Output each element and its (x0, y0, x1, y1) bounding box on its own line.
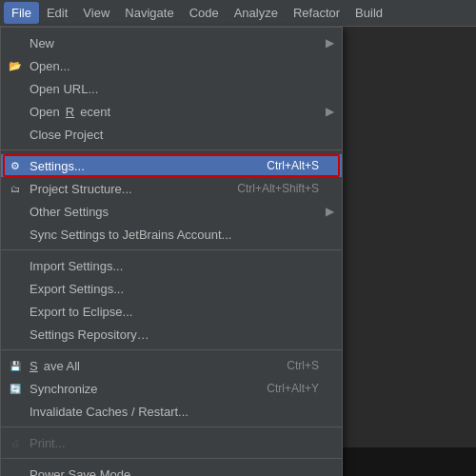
separator-5 (1, 458, 342, 459)
menu-edit[interactable]: Edit (39, 2, 75, 24)
menu-item-synchronize-label: Synchronize (30, 382, 98, 396)
menu-refactor[interactable]: Refactor (286, 2, 347, 24)
open-recent-submenu-arrow: ▶ (326, 105, 334, 118)
menu-item-invalidate-caches[interactable]: Invalidate Caches / Restart... (1, 400, 342, 423)
menu-item-settings-repo[interactable]: Settings Repository… (1, 323, 342, 346)
menu-item-open-recent-label: Open Recent (30, 105, 110, 119)
menu-item-open-url-label: Open URL... (30, 82, 98, 96)
separator-1 (1, 149, 342, 150)
menu-item-save-all-label: Save All (30, 359, 80, 373)
menu-item-synchronize[interactable]: 🔄 Synchronize Ctrl+Alt+Y (1, 377, 342, 400)
menu-item-open-recent[interactable]: Open Recent ▶ (1, 100, 342, 123)
menu-item-export-settings-label: Export Settings... (30, 282, 124, 296)
menu-item-project-structure[interactable]: 🗂 Project Structure... Ctrl+Alt+Shift+S (1, 177, 342, 200)
menu-item-open[interactable]: 📂 Open... (1, 54, 342, 77)
separator-4 (1, 426, 342, 427)
menu-item-print-label: Print... (30, 436, 66, 450)
menu-item-project-structure-label: Project Structure... (30, 182, 132, 196)
save-all-shortcut: Ctrl+S (287, 359, 319, 372)
menu-item-new[interactable]: New ▶ (1, 31, 342, 54)
menu-file[interactable]: File (4, 2, 39, 24)
menu-item-export-eclipse[interactable]: Export to Eclipse... (1, 300, 342, 323)
new-submenu-arrow: ▶ (326, 36, 334, 50)
menu-item-other-settings[interactable]: Other Settings ▶ (1, 200, 342, 223)
print-icon: 🖨 (7, 434, 24, 451)
menu-item-power-save-label: Power Save Mode (30, 467, 130, 477)
menu-item-settings-label: Settings... (30, 159, 85, 173)
menu-item-close-project-label: Close Project (30, 128, 103, 142)
other-settings-submenu-arrow: ▶ (326, 205, 334, 218)
menu-item-close-project[interactable]: Close Project (1, 123, 342, 146)
menu-bar: File Edit View Navigate Code Analyze Ref… (0, 0, 476, 27)
menu-item-invalidate-caches-label: Invalidate Caches / Restart... (30, 405, 188, 419)
settings-shortcut: Ctrl+Alt+S (267, 159, 319, 172)
ide-background (362, 27, 476, 476)
open-folder-icon: 📂 (7, 57, 24, 74)
synchronize-shortcut: Ctrl+Alt+Y (267, 382, 319, 395)
menu-item-export-eclipse-label: Export to Eclipse... (30, 305, 132, 319)
project-structure-icon: 🗂 (7, 180, 24, 197)
project-structure-shortcut: Ctrl+Alt+Shift+S (237, 182, 319, 195)
menu-item-new-label: New (30, 36, 54, 50)
menu-view[interactable]: View (75, 2, 117, 24)
separator-3 (1, 349, 342, 350)
menu-item-settings-repo-label: Settings Repository… (30, 327, 149, 342)
menu-code[interactable]: Code (182, 2, 227, 24)
menu-item-power-save[interactable]: Power Save Mode (1, 463, 342, 476)
sync-icon: 🔄 (7, 380, 24, 397)
settings-gear-icon: ⚙ (7, 157, 24, 174)
separator-2 (1, 249, 342, 250)
menu-navigate[interactable]: Navigate (117, 2, 181, 24)
menu-item-open-url[interactable]: Open URL... (1, 77, 342, 100)
save-icon: 💾 (7, 357, 24, 374)
menu-analyze[interactable]: Analyze (227, 2, 286, 24)
menu-item-other-settings-label: Other Settings (30, 205, 109, 219)
menu-item-print: 🖨 Print... (1, 431, 342, 454)
file-dropdown-menu: New ▶ 📂 Open... Open URL... Open Recent … (0, 27, 343, 476)
menu-item-import-settings-label: Import Settings... (30, 259, 123, 273)
menu-item-sync-settings[interactable]: Sync Settings to JetBrains Account... (1, 223, 342, 246)
menu-item-export-settings[interactable]: Export Settings... (1, 277, 342, 300)
menu-build[interactable]: Build (347, 2, 390, 24)
menu-item-sync-settings-label: Sync Settings to JetBrains Account... (30, 228, 231, 242)
menu-item-settings[interactable]: ⚙ Settings... Ctrl+Alt+S (1, 154, 342, 177)
menu-item-save-all[interactable]: 💾 Save All Ctrl+S (1, 354, 342, 377)
menu-item-import-settings[interactable]: Import Settings... (1, 254, 342, 277)
menu-item-open-label: Open... (30, 59, 70, 73)
